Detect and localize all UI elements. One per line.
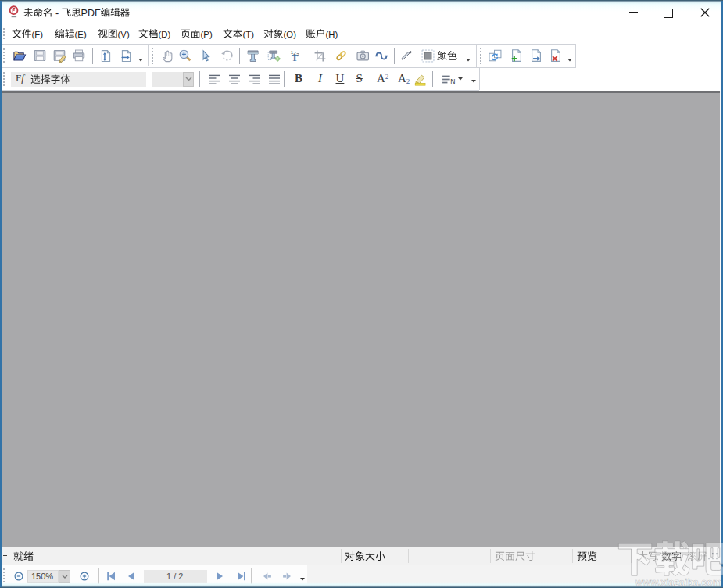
svg-text:N: N <box>450 77 455 85</box>
svg-text:-: - <box>55 8 59 19</box>
svg-text:(P): (P) <box>200 30 212 39</box>
svg-text:(D): (D) <box>158 30 170 39</box>
svg-text:PDF: PDF <box>81 8 101 19</box>
svg-text:(T): (T) <box>242 30 254 39</box>
svg-text:3: 3 <box>296 52 299 57</box>
svg-text:(E): (E) <box>74 30 86 39</box>
svg-text:(F): (F) <box>31 30 43 39</box>
svg-text:(O): (O) <box>283 30 296 39</box>
svg-text:(V): (V) <box>117 30 129 39</box>
svg-text:(H): (H) <box>326 30 338 39</box>
